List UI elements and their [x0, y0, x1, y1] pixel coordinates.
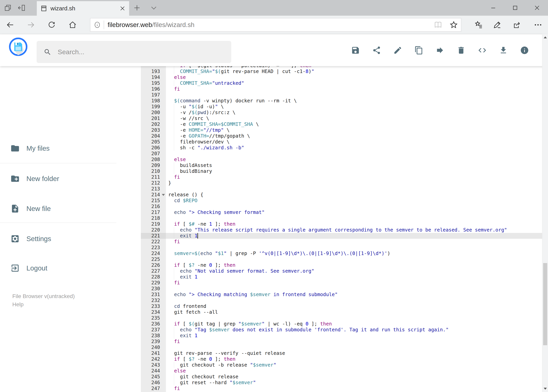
back-button[interactable] [6, 20, 15, 29]
line-number[interactable]: 212 [141, 180, 166, 186]
code-line[interactable]: 196 fi [141, 86, 542, 92]
line-number[interactable] [141, 66, 166, 69]
code-line[interactable]: 213 [141, 186, 542, 192]
forward-button[interactable] [26, 20, 35, 29]
annotate-button[interactable] [493, 20, 502, 29]
code-line[interactable]: 199 -u "$(id -u)" \ [141, 104, 542, 110]
code-line[interactable]: 207 [141, 151, 542, 157]
line-number[interactable]: 202 [141, 121, 166, 127]
sidebar-item-my-files[interactable]: My files [0, 141, 50, 156]
code-line[interactable]: 209 buildAssets [141, 162, 542, 168]
download-button[interactable] [499, 46, 508, 55]
line-number[interactable]: 205 [141, 139, 166, 145]
code-line[interactable]: 244 else [141, 368, 542, 374]
settings-more-button[interactable] [534, 20, 542, 29]
close-button[interactable] [526, 0, 548, 16]
code-line[interactable]: 197 [141, 92, 542, 98]
code-line[interactable]: 227 echo "Not valid semver format. See s… [141, 268, 542, 274]
line-number[interactable]: 197 [141, 92, 166, 98]
search-bar[interactable] [37, 41, 231, 63]
code-editor[interactable]: if [ "$(git status --porcelain)" = "" ];… [141, 66, 542, 392]
code-line[interactable]: 217 echo "> Checking semver format" [141, 210, 542, 215]
code-line[interactable]: 231 echo "> Checking matching $semver in… [141, 292, 542, 297]
line-number[interactable]: 238 [141, 333, 166, 339]
code-line[interactable]: 200 -v /$(pwd):/src:z \ [141, 110, 542, 115]
line-number[interactable]: 247 [141, 385, 166, 392]
home-button[interactable] [68, 20, 77, 29]
line-number[interactable]: 243 [141, 362, 166, 368]
line-number[interactable]: 216 [141, 203, 166, 210]
reading-view-icon[interactable] [434, 20, 443, 29]
line-number[interactable]: 217 [141, 210, 166, 215]
save-button[interactable] [351, 46, 360, 55]
code-line[interactable]: 204 -e GOPATH=//tmp/gopath \ [141, 133, 542, 139]
code-line[interactable]: 243 git checkout -b release "$semver" [141, 362, 542, 368]
line-number[interactable]: 204 [141, 133, 166, 139]
line-number[interactable]: 195 [141, 80, 166, 86]
line-number[interactable]: 213 [141, 186, 166, 192]
code-line[interactable]: 240 [141, 344, 542, 350]
line-number[interactable]: 224 [141, 251, 166, 256]
line-number[interactable]: 206 [141, 145, 166, 151]
line-number[interactable]: 227 [141, 268, 166, 274]
hub-button[interactable] [474, 20, 483, 29]
line-number[interactable]: 199 [141, 104, 166, 110]
address-bar[interactable]: filebrowser.web/files/wizard.sh [90, 18, 461, 32]
code-line[interactable]: 235 [141, 315, 542, 321]
code-line[interactable]: 221 exit 1 [141, 233, 542, 239]
minimize-button[interactable] [482, 0, 504, 16]
sidebar-item-settings[interactable]: Settings [0, 231, 51, 246]
code-line[interactable]: 202 -e COMMIT_SHA=$COMMIT_SHA \ [141, 121, 542, 127]
filebrowser-logo[interactable] [9, 37, 28, 56]
code-line[interactable]: 205 filebrowser/dev \ [141, 139, 542, 145]
line-number[interactable]: 198 [141, 98, 166, 104]
line-number[interactable]: 242 [141, 356, 166, 362]
refresh-button[interactable] [47, 20, 56, 29]
code-line[interactable]: 242 if [ $? -ne 0 ]; then [141, 356, 542, 362]
code-line[interactable]: 215 cd $REPO [141, 198, 542, 203]
code-line[interactable]: 225 [141, 256, 542, 262]
code-line[interactable]: 230 [141, 286, 542, 292]
code-line[interactable]: 220 echo "This release script requires a… [141, 227, 542, 233]
line-number[interactable]: 229 [141, 280, 166, 286]
tab-list-button[interactable] [149, 3, 159, 13]
line-number[interactable]: 193 [141, 69, 166, 74]
line-number[interactable]: 215 [141, 198, 166, 203]
maximize-button[interactable] [504, 0, 526, 16]
code-line[interactable]: 203 -e HOME="//tmp" \ [141, 127, 542, 133]
line-number[interactable]: 209 [141, 162, 166, 168]
move-button[interactable] [436, 46, 444, 55]
tab-wizard-sh[interactable]: wizard.sh [37, 1, 129, 16]
line-number[interactable]: 225 [141, 256, 166, 262]
copy-button[interactable] [414, 46, 423, 55]
site-info-icon[interactable] [94, 21, 101, 28]
line-number[interactable]: 210 [141, 168, 166, 174]
code-line[interactable]: if [ "$(git status --porcelain)" = "" ];… [141, 66, 542, 69]
line-number[interactable]: 240 [141, 344, 166, 350]
line-number[interactable]: 231 [141, 292, 166, 297]
line-number[interactable]: 200 [141, 110, 166, 115]
line-number[interactable]: 236 [141, 321, 166, 327]
set-tabs-aside-button[interactable] [16, 3, 27, 13]
line-number[interactable]: 221 [141, 233, 166, 239]
line-number[interactable]: 220 [141, 227, 166, 233]
code-line[interactable]: 236 if [ $(git tag | grep "$semver" | wc… [141, 321, 542, 327]
code-line[interactable]: 193 COMMIT_SHA="$(git rev-parse HEAD | c… [141, 69, 542, 74]
fold-arrow-icon[interactable] [162, 194, 165, 196]
code-line[interactable]: 201 -w //src \ [141, 115, 542, 121]
code-line[interactable]: 222 fi [141, 239, 542, 245]
sidebar-item-new-file[interactable]: New file [0, 201, 51, 216]
line-number[interactable]: 228 [141, 274, 166, 280]
code-line[interactable]: 234 git fetch --all [141, 309, 542, 315]
code-line[interactable]: 194 else [141, 74, 542, 80]
line-number[interactable]: 246 [141, 380, 166, 385]
code-line[interactable]: 208 else [141, 157, 542, 162]
new-tab-button[interactable] [132, 3, 142, 13]
line-number[interactable]: 241 [141, 350, 166, 356]
line-number[interactable]: 232 [141, 297, 166, 303]
line-number[interactable]: 207 [141, 151, 166, 157]
code-line[interactable]: 241 git rev-parse --verify --quiet relea… [141, 350, 542, 356]
code-line[interactable]: 237 echo "Tag $semver does not exist in … [141, 327, 542, 333]
code-line[interactable]: 228 exit 1 [141, 274, 542, 280]
code-line[interactable]: 224 semver=$(echo "$1" | grep -P '^v(0|[… [141, 251, 542, 256]
